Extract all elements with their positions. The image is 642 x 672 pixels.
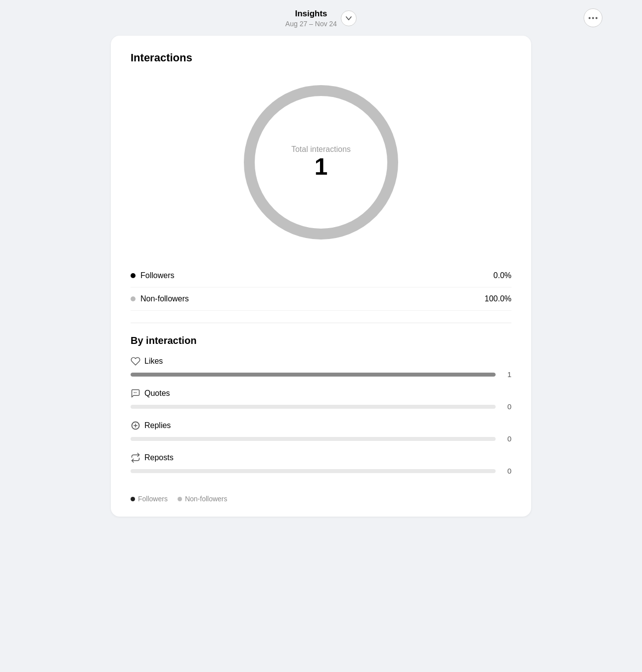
header: Insights Aug 27 – Nov 24 bbox=[0, 0, 642, 36]
likes-bar-row: 1 bbox=[131, 370, 511, 379]
svg-point-0 bbox=[589, 17, 591, 19]
replies-label: Replies bbox=[144, 421, 171, 430]
non-followers-value: 100.0% bbox=[485, 294, 511, 303]
chevron-down-icon bbox=[345, 15, 352, 22]
donut-chart-container: Total interactions 1 bbox=[131, 78, 511, 246]
reposts-header: Reposts bbox=[131, 453, 511, 463]
header-title-group: Insights Aug 27 – Nov 24 bbox=[285, 9, 337, 28]
bottom-non-followers-label: Non-followers bbox=[185, 495, 228, 503]
followers-legend-row: Followers 0.0% bbox=[131, 264, 511, 288]
reposts-bar-track bbox=[131, 469, 496, 473]
replies-bar-row: 0 bbox=[131, 434, 511, 443]
quotes-bar-row: 0 bbox=[131, 402, 511, 411]
reposts-bar-row: 0 bbox=[131, 467, 511, 475]
quotes-value: 0 bbox=[502, 402, 511, 411]
insights-card: Interactions Total interactions 1 Follow… bbox=[111, 36, 531, 517]
more-options-button[interactable] bbox=[584, 8, 602, 27]
bottom-followers-dot bbox=[131, 497, 135, 501]
svg-point-1 bbox=[592, 17, 594, 19]
by-interaction-title: By interaction bbox=[131, 335, 511, 346]
heart-icon bbox=[131, 356, 140, 366]
donut-wrapper: Total interactions 1 bbox=[237, 78, 405, 246]
ellipsis-icon bbox=[589, 17, 597, 19]
followers-label: Followers bbox=[140, 271, 174, 280]
page-title: Insights bbox=[295, 9, 327, 19]
bottom-non-followers-dot bbox=[178, 497, 182, 501]
replies-bar-track bbox=[131, 437, 496, 441]
likes-bar-track bbox=[131, 373, 496, 377]
interactions-title: Interactions bbox=[131, 51, 511, 64]
bubble-icon bbox=[131, 421, 140, 431]
donut-value: 1 bbox=[291, 154, 351, 180]
divider bbox=[131, 323, 511, 323]
header-title-row: Insights Aug 27 – Nov 24 bbox=[285, 9, 357, 28]
dropdown-button[interactable] bbox=[341, 10, 357, 26]
date-range: Aug 27 – Nov 24 bbox=[285, 20, 337, 28]
svg-point-2 bbox=[596, 17, 597, 19]
followers-legend-left: Followers bbox=[131, 271, 174, 280]
non-followers-label: Non-followers bbox=[140, 294, 189, 303]
likes-value: 1 bbox=[502, 370, 511, 379]
bottom-followers-item: Followers bbox=[131, 495, 168, 503]
bottom-non-followers-item: Non-followers bbox=[178, 495, 228, 503]
donut-label: Total interactions bbox=[291, 145, 351, 154]
reposts-label: Reposts bbox=[144, 453, 174, 462]
bottom-legend: Followers Non-followers bbox=[131, 489, 511, 503]
reposts-value: 0 bbox=[502, 467, 511, 475]
quote-bubble-icon bbox=[131, 388, 140, 398]
followers-value: 0.0% bbox=[494, 271, 511, 280]
repost-icon bbox=[131, 453, 140, 463]
replies-header: Replies bbox=[131, 421, 511, 431]
non-followers-legend-left: Non-followers bbox=[131, 294, 189, 303]
likes-bar-fill bbox=[131, 373, 496, 377]
donut-center: Total interactions 1 bbox=[291, 145, 351, 180]
quotes-bar-track bbox=[131, 405, 496, 409]
non-followers-legend-row: Non-followers 100.0% bbox=[131, 288, 511, 311]
quotes-label: Quotes bbox=[144, 389, 170, 398]
non-followers-dot bbox=[131, 296, 136, 301]
replies-row: Replies 0 bbox=[131, 421, 511, 443]
likes-label: Likes bbox=[144, 357, 163, 366]
followers-dot bbox=[131, 273, 136, 278]
bottom-followers-label: Followers bbox=[138, 495, 168, 503]
replies-value: 0 bbox=[502, 434, 511, 443]
likes-header: Likes bbox=[131, 356, 511, 366]
quotes-header: Quotes bbox=[131, 388, 511, 398]
quotes-row: Quotes 0 bbox=[131, 388, 511, 411]
likes-row: Likes 1 bbox=[131, 356, 511, 379]
reposts-row: Reposts 0 bbox=[131, 453, 511, 475]
